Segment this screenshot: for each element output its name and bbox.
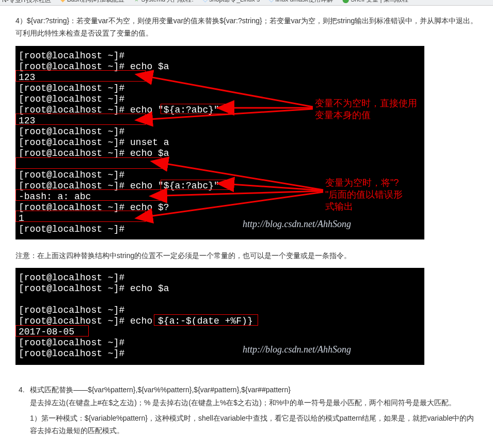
section4-p2: 1）第一种模式：${variable%pattern}，这种模式时，shell在… <box>30 412 481 437</box>
term2-line <box>19 294 421 305</box>
term1-line: [root@localhost ~]# echo $a <box>19 148 421 158</box>
term1-line: [root@localhost ~]# unset a <box>19 137 421 148</box>
tab-2[interactable]: ◆ Bash启动时加载配置 <box>60 0 124 5</box>
section4-p1: 是去掉左边(在键盘上#在$之左边)；% 是去掉右边(在键盘上%在$之右边)；和%… <box>30 397 481 409</box>
intro-paragraph: 4）${var:?string}：若变量var不为空，则使用变量var的值来替换… <box>15 15 481 40</box>
highlight-box <box>161 104 229 114</box>
highlight-box <box>15 189 161 201</box>
term1-line: [root@localhost ~]# <box>19 126 421 137</box>
list-number: 4. <box>19 386 28 394</box>
annotation-1: 变量不为空时，直接使用 变量本身的值 <box>315 98 417 122</box>
term2-line: [root@localhost ~]# <box>19 272 421 283</box>
note-paragraph: 注意：在上面这四种替换结构中string的位置不一定必须是一个常量的，也可以是一… <box>15 250 481 262</box>
highlight-box <box>15 114 146 125</box>
tab-1[interactable]: N-专业IT技术社区 <box>2 0 51 5</box>
tab-5[interactable]: ◇ linux umask使用详解 <box>269 0 333 5</box>
tab-4[interactable]: ◇ shopt命令_Linux s <box>203 0 260 5</box>
tab-6[interactable]: ⬤ Shell 变量 | 菜鸟教程 <box>342 0 408 5</box>
term2-line: [root@localhost ~]# <box>19 305 421 315</box>
browser-tab-bar[interactable]: N-专业IT技术社区 ◆ Bash启动时加载配置 ★ Systemd 入门教程:… <box>0 0 493 6</box>
term1-line: [root@localhost ~]# <box>19 83 421 93</box>
watermark: http://blog.csdn.net/AhhSong <box>243 344 351 355</box>
term2-line: [root@localhost ~]# echo $a <box>19 283 421 294</box>
annotation-2: 变量为空时，将"? "后面的值以错误形 式输出 <box>325 177 403 213</box>
highlight-box <box>161 180 229 190</box>
term2-line: [root@localhost ~]# <box>19 348 421 359</box>
section4-title: 模式匹配替换——${var%pattern},${var%%pattern},$… <box>30 386 291 394</box>
highlight-box <box>15 70 146 82</box>
term1-line: [root@localhost ~]# <box>19 223 421 234</box>
terminal-screenshot-1: [root@localhost ~]# [root@localhost ~]# … <box>15 46 424 239</box>
ordered-section: 4. 模式匹配替换——${var%pattern},${var%%pattern… <box>15 386 481 437</box>
highlight-box <box>15 157 162 169</box>
highlight-box <box>15 325 89 337</box>
tab-3[interactable]: ★ Systemd 入门教程: <box>134 0 194 5</box>
highlight-box <box>15 211 146 222</box>
article-body: 4）${var:?string}：若变量var不为空，则使用变量var的值来替换… <box>0 6 493 448</box>
terminal-screenshot-2: [root@localhost ~]# [root@localhost ~]# … <box>15 268 424 365</box>
term2-line: [root@localhost ~]# <box>19 337 421 348</box>
term1-line: [root@localhost ~]# <box>19 50 421 61</box>
watermark: http://blog.csdn.net/AhhSong <box>243 219 351 230</box>
highlight-box <box>154 314 258 326</box>
